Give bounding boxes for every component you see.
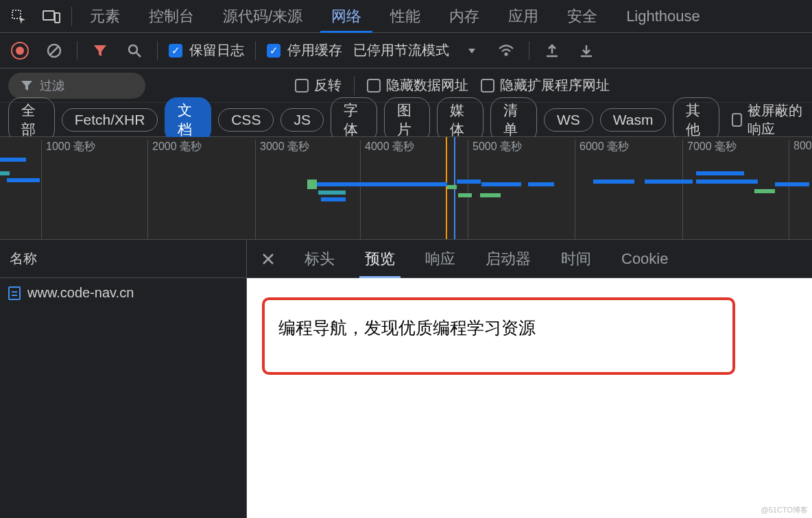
tab-initiator[interactable]: 启动器 (480, 240, 536, 278)
request-row[interactable]: www.code-nav.cn (0, 278, 246, 308)
waterfall-bars (0, 158, 812, 233)
close-detail-icon[interactable] (256, 247, 280, 271)
disable-cache-checkbox[interactable]: ✓ (267, 44, 280, 58)
record-button[interactable] (8, 39, 32, 62)
requests-list: 名称 www.code-nav.cn (0, 240, 247, 518)
network-toolbar: ✓ 保留日志 ✓ 停用缓存 已停用节流模式 (0, 33, 812, 69)
document-icon (8, 286, 21, 300)
svg-rect-1 (43, 11, 54, 20)
request-url: www.code-nav.cn (27, 285, 134, 301)
chip-fetch[interactable]: Fetch/XHR (62, 108, 158, 132)
hide-ext-urls-checkbox[interactable] (481, 79, 494, 92)
blocked-label: 被屏蔽的响应 (748, 101, 804, 138)
tab-performance[interactable]: 性能 (379, 0, 431, 33)
chip-doc[interactable]: 文档 (165, 97, 211, 143)
upload-icon[interactable] (540, 39, 564, 62)
separator (255, 41, 256, 60)
svg-point-5 (129, 45, 137, 53)
invert-checkbox[interactable] (295, 79, 309, 92)
tab-console[interactable]: 控制台 (138, 0, 205, 33)
disable-cache-label: 停用缓存 (287, 41, 342, 60)
highlight-box: 编程导航，发现优质编程学习资源 (262, 297, 735, 375)
blocked-checkbox[interactable] (732, 113, 742, 127)
tab-sources[interactable]: 源代码/来源 (212, 0, 313, 33)
separator (77, 41, 77, 60)
name-column-header[interactable]: 名称 (0, 240, 246, 278)
tab-preview[interactable]: 预览 (359, 240, 401, 278)
chip-media[interactable]: 媒体 (437, 97, 483, 143)
hide-ext-urls-label: 隐藏扩展程序网址 (500, 76, 610, 95)
waterfall-overview[interactable]: 1000 毫秒 2000 毫秒 3000 毫秒 4000 毫秒 5000 毫秒 … (0, 137, 812, 240)
preserve-log-label: 保留日志 (189, 41, 244, 60)
chip-wasm[interactable]: Wasm (600, 108, 667, 132)
tab-elements[interactable]: 元素 (79, 0, 131, 33)
tab-security[interactable]: 安全 (556, 0, 608, 33)
tab-cookies[interactable]: Cookie (616, 240, 673, 278)
tab-network[interactable]: 网络 (320, 0, 372, 33)
filter-placeholder: 过滤 (40, 77, 64, 94)
tab-memory[interactable]: 内存 (438, 0, 490, 33)
separator (157, 41, 158, 60)
hide-data-urls-label: 隐藏数据网址 (386, 76, 468, 95)
chip-css[interactable]: CSS (218, 108, 274, 132)
device-toggle-icon[interactable] (38, 3, 64, 29)
filter-icon[interactable] (88, 39, 112, 62)
svg-line-6 (136, 53, 141, 57)
chip-all[interactable]: 全部 (8, 97, 55, 143)
svg-point-7 (505, 53, 508, 55)
download-icon[interactable] (575, 39, 598, 62)
separator (354, 76, 355, 95)
funnel-icon (21, 79, 33, 92)
tab-response[interactable]: 响应 (420, 240, 461, 278)
main-tabs: 元素 控制台 源代码/来源 网络 性能 内存 应用 安全 Lighthouse (0, 0, 812, 33)
chip-font[interactable]: 字体 (331, 97, 377, 143)
svg-line-4 (50, 47, 58, 55)
search-icon[interactable] (123, 39, 146, 62)
wifi-icon[interactable] (494, 39, 518, 62)
tab-lighthouse[interactable]: Lighthouse (615, 0, 711, 33)
chip-js[interactable]: JS (280, 108, 324, 132)
tab-headers[interactable]: 标头 (299, 240, 340, 278)
request-detail: 标头 预览 响应 启动器 时间 Cookie 编程导航，发现优质编程学习资源 (247, 240, 812, 518)
inspect-icon[interactable] (5, 3, 32, 29)
throttling-select[interactable]: 已停用节流模式 (353, 41, 449, 60)
chip-img[interactable]: 图片 (384, 97, 431, 143)
throttling-dropdown-icon[interactable] (460, 39, 483, 62)
invert-label: 反转 (314, 76, 342, 95)
preserve-log-checkbox[interactable]: ✓ (169, 44, 182, 58)
preview-text: 编程导航，发现优质编程学习资源 (278, 317, 719, 339)
svg-rect-2 (55, 13, 60, 23)
chip-manifest[interactable]: 清单 (490, 97, 537, 143)
clear-button[interactable] (43, 39, 66, 62)
chip-ws[interactable]: WS (544, 108, 593, 132)
separator (529, 41, 529, 60)
separator (71, 7, 72, 26)
tab-timing[interactable]: 时间 (556, 240, 597, 278)
watermark: @51CTO博客 (761, 505, 808, 515)
type-chips: 全部 Fetch/XHR 文档 CSS JS 字体 图片 媒体 清单 WS Wa… (0, 103, 812, 137)
filter-input[interactable]: 过滤 (8, 73, 145, 99)
tab-application[interactable]: 应用 (497, 0, 549, 33)
preview-body: 编程导航，发现优质编程学习资源 (247, 278, 812, 518)
hide-data-urls-checkbox[interactable] (367, 79, 381, 92)
chip-other[interactable]: 其他 (673, 97, 719, 143)
